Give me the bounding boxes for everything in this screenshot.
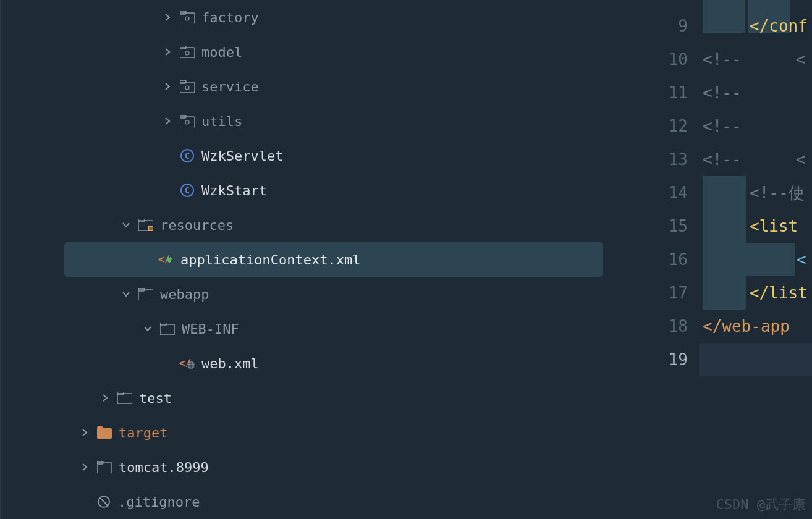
line-number: 18 (619, 310, 688, 343)
tree-label: target (119, 425, 167, 441)
code-line: < (699, 243, 812, 276)
svg-point-5 (185, 51, 189, 55)
tree-label: model (201, 44, 242, 60)
target-folder-icon (96, 424, 112, 441)
tree-item-wzkservlet[interactable]: C WzkServlet (1, 138, 619, 173)
line-number: 11 (619, 76, 688, 109)
chevron-down-icon (121, 289, 132, 300)
svg-point-8 (185, 86, 189, 90)
chevron-down-icon (121, 219, 132, 230)
code-editor[interactable]: 9 10 11 12 13 14 15 16 17 18 19 </conf <… (619, 0, 812, 519)
code-line: </conf (699, 9, 812, 43)
line-number: 10 (619, 43, 688, 76)
code-area[interactable]: </conf <!--< <!-- <!-- <!--< <!--使 <list… (699, 0, 812, 519)
package-folder-icon (179, 9, 195, 25)
tree-item-test[interactable]: test (1, 381, 619, 415)
watermark: CSDN @武子康 (716, 496, 806, 514)
tree-label: WzkServlet (201, 148, 283, 164)
svg-rect-35 (97, 426, 103, 429)
tree-item-webapp[interactable]: webapp (1, 277, 619, 311)
line-number: 13 (619, 143, 688, 176)
package-folder-icon (179, 113, 195, 129)
chevron-right-icon (162, 46, 173, 57)
svg-point-11 (185, 120, 189, 124)
tree-label: service (201, 79, 259, 95)
tree-label: WEB-INF (182, 321, 239, 337)
line-number: 12 (619, 109, 688, 143)
tree-item-target[interactable]: target (1, 415, 619, 450)
line-number: 15 (619, 209, 688, 243)
project-tree: factory model service utils C WzkServlet… (0, 0, 619, 519)
tree-label: .gitignore (118, 494, 200, 510)
line-number: 14 (619, 176, 688, 209)
tree-item-tomcat[interactable]: tomcat.8999 (1, 450, 619, 484)
tree-item-webxml[interactable]: </ web.xml (1, 346, 619, 381)
code-line: <!--< (699, 43, 812, 76)
resources-folder-icon (138, 217, 154, 233)
chevron-right-icon (162, 12, 173, 23)
code-line: <!--< (699, 143, 812, 176)
tree-item-gitignore[interactable]: .gitignore (1, 484, 619, 519)
code-line: <!-- (699, 76, 812, 109)
folder-icon (117, 390, 133, 406)
tree-item-utils[interactable]: utils (1, 104, 619, 138)
tree-label: web.xml (201, 356, 259, 371)
spring-xml-icon: </ (158, 251, 174, 268)
line-number: 9 (619, 9, 688, 43)
tree-label: resources (160, 217, 234, 233)
tree-label: tomcat.8999 (119, 460, 209, 475)
svg-rect-34 (97, 428, 112, 439)
code-line-current (699, 343, 812, 376)
tree-label: applicationContext.xml (180, 252, 360, 268)
folder-icon (159, 321, 176, 337)
tree-item-resources[interactable]: resources (1, 208, 619, 242)
svg-line-39 (99, 497, 108, 506)
tree-label: webapp (160, 287, 209, 302)
tree-item-wzkstart[interactable]: C WzkStart (1, 173, 619, 208)
folder-icon (138, 286, 154, 302)
code-line: </web-app (699, 310, 812, 343)
code-line: </list (699, 276, 812, 310)
line-gutter: 9 10 11 12 13 14 15 16 17 18 19 (619, 0, 699, 519)
chevron-right-icon (162, 116, 173, 127)
web-xml-icon: </ (179, 355, 195, 371)
line-number: 17 (619, 276, 688, 310)
package-folder-icon (179, 44, 195, 60)
tree-label: WzkStart (201, 183, 267, 198)
chevron-right-icon (99, 392, 111, 403)
chevron-right-icon (162, 81, 173, 92)
tree-item-factory[interactable]: factory (1, 0, 619, 35)
tree-item-webinf[interactable]: WEB-INF (1, 311, 619, 346)
code-line: <list (699, 209, 812, 243)
package-folder-icon (179, 78, 195, 95)
svg-text:C: C (185, 185, 190, 195)
chevron-right-icon (79, 462, 90, 473)
line-number: 19 (619, 343, 688, 376)
tree-item-service[interactable]: service (1, 69, 619, 104)
java-class-icon: C (179, 148, 195, 164)
svg-text:C: C (185, 151, 190, 161)
svg-point-2 (185, 17, 189, 20)
tree-label: test (139, 390, 172, 406)
folder-icon (96, 459, 112, 475)
tree-item-applicationcontext[interactable]: </ applicationContext.xml (64, 242, 603, 277)
tree-label: factory (201, 10, 259, 25)
tree-item-model[interactable]: model (1, 35, 619, 69)
code-line: <!--使 (699, 176, 812, 209)
tree-label: utils (201, 114, 242, 129)
code-line: <!-- (699, 109, 812, 143)
chevron-right-icon (79, 427, 90, 438)
chevron-down-icon (142, 323, 153, 334)
ignore-file-icon (96, 494, 112, 510)
java-class-icon: C (179, 182, 195, 198)
line-number: 16 (619, 243, 688, 276)
